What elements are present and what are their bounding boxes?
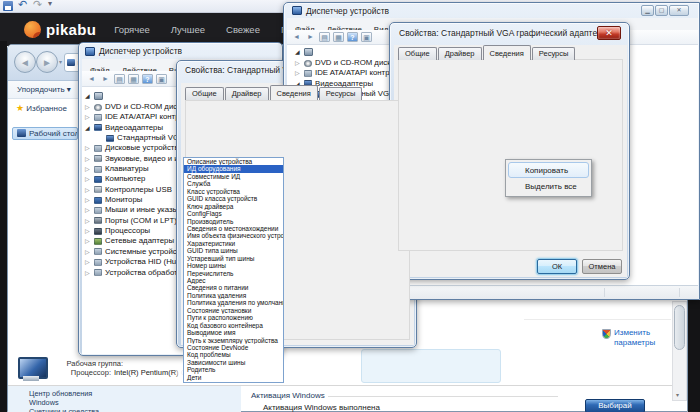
- property-option[interactable]: Состояние установки: [184, 307, 283, 314]
- toolbar-icon[interactable]: [347, 32, 358, 42]
- qat-icon[interactable]: [18, 1, 28, 11]
- property-option[interactable]: GUID класса устройств: [184, 195, 283, 202]
- property-option[interactable]: Родитель: [184, 366, 283, 373]
- context-menu-item[interactable]: Выделить все: [508, 178, 589, 194]
- property-option[interactable]: Описание устройства: [184, 158, 283, 165]
- titlebar[interactable]: Диспетчер устройств: [79, 43, 282, 59]
- context-menu-item[interactable]: Копировать: [508, 162, 589, 178]
- pikabu-logo-text[interactable]: pikabu: [46, 21, 96, 38]
- expander-icon[interactable]: [85, 226, 90, 236]
- scrollbar-thumb[interactable]: [674, 305, 685, 350]
- toolbar-icon[interactable]: [333, 32, 344, 42]
- ok-button[interactable]: ОК: [537, 259, 577, 274]
- pikabu-menu-item[interactable]: Свежее: [226, 24, 260, 35]
- property-option[interactable]: Совместимые ИД: [184, 173, 283, 180]
- back-button[interactable]: ◄: [14, 51, 36, 73]
- nav-item-favorites[interactable]: ★ Избранное: [16, 103, 78, 113]
- property-option[interactable]: Ключ драйвера: [184, 203, 283, 210]
- scroll-down-icon[interactable]: ▾: [676, 391, 679, 398]
- property-option[interactable]: Сведения о местонахождении: [184, 225, 283, 232]
- maximize-button[interactable]: ▢: [655, 5, 668, 16]
- qat-icon[interactable]: [3, 1, 13, 11]
- organize-button[interactable]: Упорядочить ▾: [17, 85, 71, 94]
- toolbar-icon[interactable]: [305, 32, 316, 42]
- expander-icon[interactable]: [295, 58, 300, 68]
- property-option[interactable]: Путь к экземпляру устройства: [184, 337, 283, 344]
- property-option[interactable]: Политика удаления: [184, 292, 283, 299]
- property-option[interactable]: ИД оборудования: [184, 165, 283, 172]
- choose-button[interactable]: Выбирай: [585, 399, 645, 412]
- close-button[interactable]: ✕: [669, 5, 689, 16]
- titlebar[interactable]: Свойства: Стандартный VGA графический ад…: [390, 23, 629, 43]
- toolbar-icon[interactable]: [319, 32, 330, 42]
- history-caret-icon[interactable]: ▾: [59, 58, 62, 65]
- expander-icon[interactable]: [85, 112, 90, 122]
- change-settings-link[interactable]: Изменитьпараметры: [614, 328, 655, 348]
- property-option[interactable]: Адрес: [184, 277, 283, 284]
- expander-icon[interactable]: [85, 205, 90, 215]
- dialog-tab[interactable]: Общие: [398, 47, 437, 60]
- expander-icon[interactable]: [85, 164, 90, 174]
- property-option[interactable]: Код базового контейнера: [184, 322, 283, 329]
- dialog-tab[interactable]: Сведения: [270, 85, 318, 100]
- expander-icon[interactable]: [85, 195, 90, 205]
- titlebar[interactable]: Диспетчер устройств: [284, 3, 699, 18]
- toolbar-icon[interactable]: [100, 74, 111, 84]
- toolbar-icon[interactable]: [361, 32, 372, 42]
- expander-icon[interactable]: [85, 123, 90, 133]
- cancel-button[interactable]: Отмена: [582, 259, 622, 274]
- toolbar-icon[interactable]: [291, 32, 302, 42]
- dialog-tab[interactable]: Сведения: [483, 45, 531, 60]
- property-option[interactable]: Номер шины: [184, 262, 283, 269]
- expander-icon[interactable]: [85, 174, 90, 184]
- expander-icon[interactable]: [85, 102, 90, 112]
- expander-icon[interactable]: ◢: [85, 92, 90, 99]
- expander-icon[interactable]: [85, 143, 90, 153]
- property-option[interactable]: Устаревший тип шины: [184, 255, 283, 262]
- property-option[interactable]: Пути к расположению: [184, 314, 283, 321]
- dialog-tab[interactable]: Драйвер: [225, 87, 269, 100]
- property-option[interactable]: GUID типа шины: [184, 247, 283, 254]
- dialog-tab[interactable]: Общие: [185, 87, 224, 100]
- minimize-button[interactable]: ▁: [641, 5, 654, 16]
- qat-icon[interactable]: [48, 1, 58, 11]
- toolbar-icon[interactable]: [156, 74, 167, 84]
- expander-icon[interactable]: [85, 216, 90, 226]
- toolbar-icon[interactable]: [114, 74, 125, 84]
- property-option[interactable]: Характеристики: [184, 240, 283, 247]
- dialog-tab[interactable]: Драйвер: [438, 47, 482, 60]
- toolbar-icon[interactable]: [128, 74, 139, 84]
- property-option[interactable]: Сведения о питании: [184, 284, 283, 291]
- property-option[interactable]: ConfigFlags: [184, 210, 283, 217]
- expander-icon[interactable]: [85, 185, 90, 195]
- close-button[interactable]: ✕: [597, 26, 621, 40]
- property-option[interactable]: Класс устройства: [184, 188, 283, 195]
- sidebar-footer-link[interactable]: Центр обновления Windows: [29, 389, 121, 407]
- property-option[interactable]: Перечислитель: [184, 270, 283, 277]
- expander-icon[interactable]: ◢: [295, 48, 300, 55]
- property-option[interactable]: Политика удаления по умолчанию: [184, 299, 283, 306]
- expander-icon[interactable]: [85, 236, 90, 246]
- expander-icon[interactable]: [85, 257, 90, 267]
- expander-icon[interactable]: [85, 154, 90, 164]
- property-option[interactable]: Состояние DevNode: [184, 344, 283, 351]
- sidebar-footer-link[interactable]: Счетчики и средства производительности: [29, 407, 121, 412]
- qat-icon[interactable]: [33, 1, 43, 11]
- dialog-tab[interactable]: Ресурсы: [532, 47, 576, 60]
- property-option[interactable]: Дети: [184, 374, 283, 381]
- expander-icon[interactable]: [85, 268, 90, 278]
- property-option[interactable]: Код проблемы: [184, 351, 283, 358]
- property-option[interactable]: Производитель: [184, 218, 283, 225]
- forward-button[interactable]: ►: [36, 51, 58, 73]
- vertical-scrollbar[interactable]: ▾: [672, 301, 687, 401]
- pikabu-menu-item[interactable]: Лучшее: [171, 24, 205, 35]
- nav-item-desktop[interactable]: Рабочий стол: [12, 127, 78, 140]
- dialog-tab[interactable]: Ресурсы: [319, 87, 363, 100]
- pikabu-logo-icon[interactable]: [24, 21, 41, 38]
- expander-icon[interactable]: [295, 68, 300, 78]
- toolbar-icon[interactable]: [142, 74, 153, 84]
- pikabu-menu-item[interactable]: Горячее: [114, 24, 150, 35]
- property-option[interactable]: Зависимости шины: [184, 359, 283, 366]
- toolbar-icon[interactable]: [86, 74, 97, 84]
- property-option[interactable]: Служба: [184, 180, 283, 187]
